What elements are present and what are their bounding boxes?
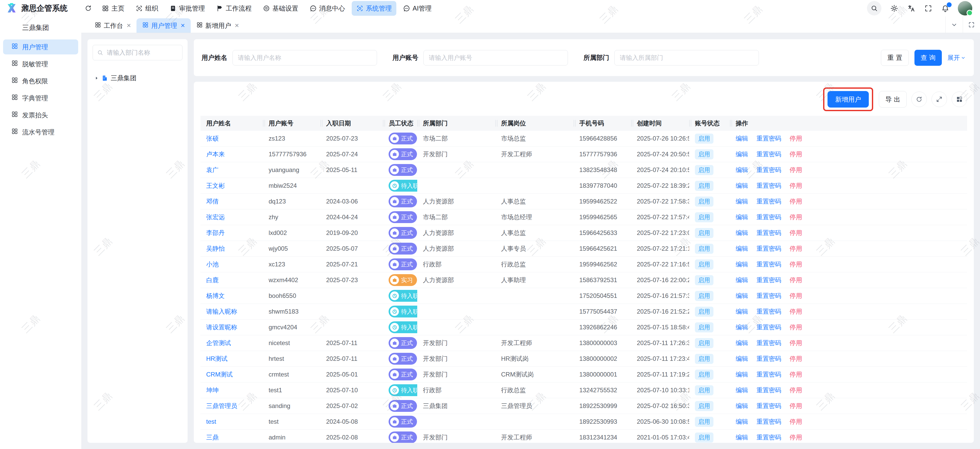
disable-link[interactable]: 停用 bbox=[789, 402, 802, 409]
disable-link[interactable]: 停用 bbox=[789, 340, 802, 346]
edit-link[interactable]: 编辑 bbox=[736, 355, 748, 362]
disable-link[interactable]: 停用 bbox=[789, 355, 802, 362]
sidebar-item-dictionary[interactable]: 字典管理 bbox=[3, 90, 78, 105]
reset-password-link[interactable]: 重置密码 bbox=[757, 371, 781, 378]
reset-password-link[interactable]: 重置密码 bbox=[757, 355, 781, 362]
close-icon[interactable]: × bbox=[235, 22, 239, 29]
user-name-link[interactable]: 卢本来 bbox=[206, 151, 225, 157]
user-name-link[interactable]: test bbox=[206, 418, 216, 425]
user-name-link[interactable]: 袁广 bbox=[206, 167, 218, 173]
user-name-link[interactable]: 企管测试 bbox=[206, 340, 231, 346]
edit-link[interactable]: 编辑 bbox=[736, 434, 748, 441]
reset-password-link[interactable]: 重置密码 bbox=[757, 387, 781, 393]
edit-link[interactable]: 编辑 bbox=[736, 387, 748, 393]
tabs-dropdown-button[interactable] bbox=[945, 16, 963, 33]
edit-link[interactable]: 编辑 bbox=[736, 340, 748, 346]
caret-right-icon[interactable] bbox=[94, 76, 99, 81]
close-icon[interactable]: × bbox=[181, 22, 185, 29]
tab-new-user[interactable]: 新增用户 × bbox=[191, 18, 245, 33]
user-name-link[interactable]: 杨博文 bbox=[206, 292, 225, 299]
edit-link[interactable]: 编辑 bbox=[736, 261, 748, 268]
disable-link[interactable]: 停用 bbox=[789, 324, 802, 331]
edit-link[interactable]: 编辑 bbox=[736, 276, 748, 284]
sidebar-item-desensitize[interactable]: 脱敏管理 bbox=[3, 57, 78, 71]
nav-item-home[interactable]: 主页 bbox=[97, 1, 129, 16]
refresh-icon[interactable] bbox=[81, 1, 95, 15]
disable-link[interactable]: 停用 bbox=[789, 214, 802, 221]
edit-link[interactable]: 编辑 bbox=[736, 151, 748, 157]
nav-item-org[interactable]: 组织 bbox=[131, 1, 163, 16]
sidebar-item-serial[interactable]: 流水号管理 bbox=[3, 125, 78, 140]
reset-password-link[interactable]: 重置密码 bbox=[757, 261, 781, 268]
user-name-link[interactable]: 小池 bbox=[206, 261, 218, 268]
nav-item-ai[interactable]: AI管理 bbox=[398, 1, 436, 16]
search-button[interactable]: 查询 bbox=[915, 50, 942, 66]
sidebar-item-invoice[interactable]: 发票抬头 bbox=[3, 108, 78, 122]
sidebar-item-user-mgmt[interactable]: 用户管理 bbox=[3, 40, 78, 54]
edit-link[interactable]: 编辑 bbox=[736, 229, 748, 236]
disable-link[interactable]: 停用 bbox=[789, 182, 802, 189]
disable-link[interactable]: 停用 bbox=[789, 229, 802, 236]
reset-password-link[interactable]: 重置密码 bbox=[757, 229, 781, 236]
gear-icon[interactable] bbox=[890, 4, 899, 13]
tree-node-company[interactable]: 三鼎集团 bbox=[92, 74, 183, 82]
reset-password-link[interactable]: 重置密码 bbox=[757, 198, 781, 205]
filter-input[interactable] bbox=[423, 50, 568, 65]
disable-link[interactable]: 停用 bbox=[789, 292, 802, 299]
user-name-link[interactable]: 李邵丹 bbox=[206, 229, 225, 236]
edit-link[interactable]: 编辑 bbox=[736, 182, 748, 189]
user-name-link[interactable]: 邓倩 bbox=[206, 198, 218, 205]
reset-password-link[interactable]: 重置密码 bbox=[757, 308, 781, 315]
reset-password-link[interactable]: 重置密码 bbox=[757, 340, 781, 346]
edit-link[interactable]: 编辑 bbox=[736, 371, 748, 378]
reset-password-link[interactable]: 重置密码 bbox=[757, 418, 781, 425]
user-name-link[interactable]: 吴静怡 bbox=[206, 245, 225, 252]
translate-icon[interactable] bbox=[907, 4, 915, 13]
add-user-button[interactable]: 新增用户 bbox=[827, 91, 869, 108]
filter-input[interactable] bbox=[232, 50, 377, 65]
edit-link[interactable]: 编辑 bbox=[736, 167, 748, 173]
user-name-link[interactable]: 请输入昵称 bbox=[206, 308, 237, 315]
reset-button[interactable]: 重置 bbox=[881, 50, 909, 66]
fullscreen-icon[interactable] bbox=[924, 4, 932, 13]
edit-link[interactable]: 编辑 bbox=[736, 308, 748, 315]
reset-password-link[interactable]: 重置密码 bbox=[757, 182, 781, 189]
bell-icon[interactable] bbox=[941, 4, 950, 13]
export-button[interactable]: 导出 bbox=[879, 91, 907, 108]
edit-link[interactable]: 编辑 bbox=[736, 418, 748, 425]
disable-link[interactable]: 停用 bbox=[789, 387, 802, 393]
disable-link[interactable]: 停用 bbox=[789, 151, 802, 157]
disable-link[interactable]: 停用 bbox=[789, 167, 802, 173]
edit-link[interactable]: 编辑 bbox=[736, 324, 748, 331]
user-name-link[interactable]: HR测试 bbox=[206, 355, 228, 362]
avatar[interactable] bbox=[958, 1, 972, 16]
sidebar-item-roles[interactable]: 角色权限 bbox=[3, 73, 78, 89]
nav-item-messages[interactable]: 消息中心 bbox=[305, 1, 350, 16]
reset-password-link[interactable]: 重置密码 bbox=[757, 214, 781, 221]
department-search-input[interactable] bbox=[106, 49, 178, 57]
edit-link[interactable]: 编辑 bbox=[736, 214, 748, 221]
reset-password-link[interactable]: 重置密码 bbox=[757, 402, 781, 409]
expand-filters-link[interactable]: 展开 bbox=[948, 54, 966, 62]
table-fullscreen-button[interactable] bbox=[931, 92, 947, 107]
nav-item-workflow[interactable]: 工作流程 bbox=[212, 1, 256, 16]
nav-item-system[interactable]: 系统管理 bbox=[352, 1, 396, 16]
user-name-link[interactable]: 三鼎管理员 bbox=[206, 402, 237, 409]
disable-link[interactable]: 停用 bbox=[789, 135, 802, 142]
close-icon[interactable]: × bbox=[127, 22, 131, 29]
nav-item-base-set[interactable]: 基础设置 bbox=[258, 1, 303, 16]
nav-item-approval[interactable]: 审批管理 bbox=[165, 1, 210, 16]
disable-link[interactable]: 停用 bbox=[789, 418, 802, 425]
user-name-link[interactable]: 请设置昵称 bbox=[206, 324, 237, 331]
disable-link[interactable]: 停用 bbox=[789, 276, 802, 284]
edit-link[interactable]: 编辑 bbox=[736, 292, 748, 299]
user-name-link[interactable]: 白鹿 bbox=[206, 276, 218, 284]
edit-link[interactable]: 编辑 bbox=[736, 245, 748, 252]
reset-password-link[interactable]: 重置密码 bbox=[757, 135, 781, 142]
user-name-link[interactable]: 三鼎 bbox=[206, 434, 218, 441]
disable-link[interactable]: 停用 bbox=[789, 198, 802, 205]
disable-link[interactable]: 停用 bbox=[789, 371, 802, 378]
edit-link[interactable]: 编辑 bbox=[736, 402, 748, 409]
column-settings-button[interactable] bbox=[951, 92, 967, 107]
reset-password-link[interactable]: 重置密码 bbox=[757, 276, 781, 284]
